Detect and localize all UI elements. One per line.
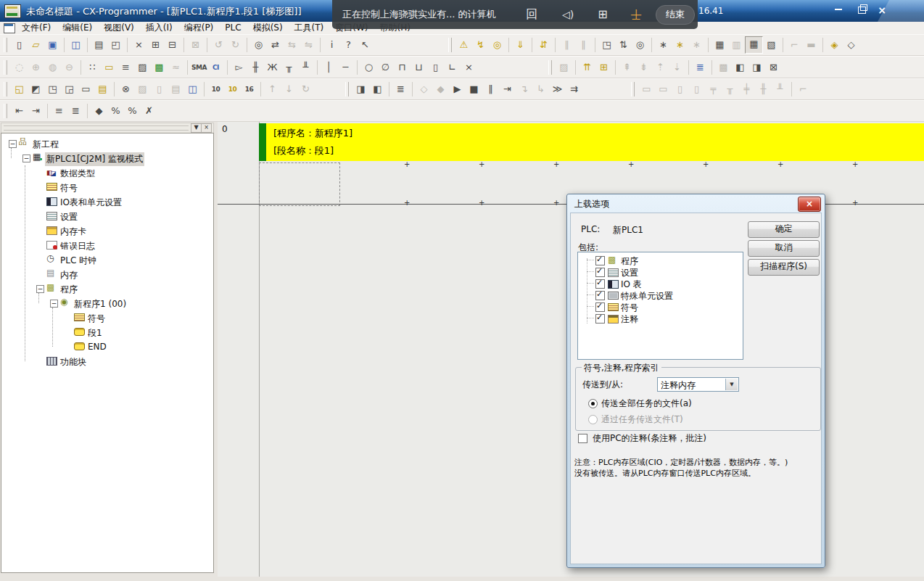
include-item-special-unit[interactable]: ✓特殊单元设置 [578,289,743,301]
outdent-rung-button[interactable]: ⇤ [11,103,28,119]
expand-toggle-icon[interactable]: − [50,300,58,308]
diff-up-percent-button[interactable]: % [107,103,124,119]
paste-program-button[interactable]: ⊠ [187,37,204,53]
sim-break-set-button[interactable]: ◇ [416,81,432,97]
restore-button[interactable] [852,4,871,20]
view-inspect-button[interactable]: ◩ [28,81,44,97]
io-comment-view-button[interactable]: ◫ [184,81,201,97]
monitor-refresh-button[interactable]: ↻ [297,81,314,97]
force-off-button[interactable]: ◨ [748,59,765,75]
include-item-symbols[interactable]: ✓符号 [578,301,743,313]
online-edit-send2-button[interactable]: ╫ [755,81,772,97]
speaker-icon[interactable] [558,6,577,23]
clear-diff-button[interactable]: ✗ [141,103,157,119]
watch-view-button[interactable]: ▭ [655,81,672,97]
tree-item-end[interactable]: END [1,339,213,354]
online-edit-send-button[interactable]: ⇈ [579,59,595,75]
end-session-button[interactable]: 结束 [656,5,695,25]
menu-5[interactable]: 编程(P) [178,22,220,34]
rung-colors-button[interactable]: ▩ [151,59,168,75]
force-on-button[interactable]: ◧ [732,59,748,75]
include-item-comments[interactable]: ✓注释 [578,313,743,324]
pause-flags-button[interactable]: ▨ [556,59,572,75]
bookmark-button[interactable]: ◆ [91,103,107,119]
format-decimal-button[interactable]: 10 [207,81,224,97]
sim-break-clear-button[interactable]: ◆ [432,81,449,97]
include-checkbox-symbols[interactable]: ✓ [595,302,605,312]
show-rung-list-button[interactable]: ≡ [51,103,67,119]
reset-box-button[interactable]: ⊔ [411,59,427,75]
cut-button[interactable]: × [131,37,147,53]
pause-button[interactable]: ‖ [575,37,592,53]
paste-button[interactable]: ⊟ [164,37,181,53]
help-topics-button[interactable]: ? [340,37,357,53]
view-tile-h-button[interactable]: ◳ [44,81,61,97]
include-item-io-table[interactable]: ✓IO 表 [578,278,743,289]
include-checkbox-program[interactable]: ✓ [595,256,605,265]
mode-debug-button[interactable]: ▥ [728,37,745,53]
view-new-window-button[interactable]: ◱ [11,81,28,97]
coil-open-button[interactable]: ○ [360,59,377,75]
tree-item-settings[interactable]: 设置 [1,209,213,223]
address-reference-tool-button[interactable]: ≣ [692,59,709,75]
sim-stop-button[interactable]: ■ [466,81,482,97]
include-checkbox-special-unit[interactable]: ✓ [595,291,605,300]
compile-symbols-button[interactable]: ∗ [655,37,672,53]
tree-item-program1[interactable]: −新程序1 (00) [1,296,213,310]
instruction-box-button[interactable]: ▯ [427,59,444,75]
search-replace-button[interactable]: ⇄ [267,37,284,53]
io-bar-button[interactable]: ▬ [803,37,820,53]
mode-run-button[interactable]: ▦ [711,37,728,53]
copy-button[interactable]: ⊞ [147,37,164,53]
save-button[interactable]: ▣ [44,37,61,53]
menu-3[interactable]: 视图(V) [98,22,140,34]
tree-item-error-log[interactable]: 错误日志 [1,238,213,252]
tree-item-programs[interactable]: −程序 [1,281,213,296]
zoom-button[interactable]: ◌ [11,59,28,75]
properties-button[interactable]: ▤ [94,81,111,97]
context-help-button[interactable]: ↖ [357,37,374,53]
memory-view-button[interactable]: ▭ [638,81,655,97]
new-button[interactable]: ▯ [11,37,28,53]
tree-item-memory-card[interactable]: 内存卡 [1,223,213,238]
pause-monitor-button[interactable]: ‖ [558,37,575,53]
or-contact-open-button[interactable]: ╥ [281,59,297,75]
sim-window-a-button[interactable]: ◨ [352,81,369,97]
online-edit-box-button[interactable]: ⊞ [595,59,612,75]
expand-toggle-icon[interactable]: − [22,154,30,162]
menu-1[interactable]: 文件(F) [16,22,57,34]
time-chart-button[interactable]: ▯ [672,81,688,97]
shared-comment-button[interactable]: ▭ [101,59,117,75]
force-cancel-button[interactable]: ⊠ [765,59,782,75]
menu-2[interactable]: 编辑(E) [57,22,98,34]
contact-closed-button[interactable]: Ж [264,59,281,75]
contact-open-button[interactable]: ╫ [247,59,264,75]
include-checkbox-comments[interactable]: ✓ [595,314,605,324]
find-button[interactable]: ◎ [250,37,267,53]
cancel-button[interactable]: 取消 [748,240,820,257]
chevron-down-icon[interactable]: ▼ [725,379,738,390]
program-lookup-button[interactable]: ◎ [632,37,648,53]
diff-monitor-up-button[interactable]: ╤ [705,81,722,97]
ok-button[interactable]: 确定 [748,221,820,238]
jump-reset-button[interactable]: ⇟ [635,59,652,75]
include-item-settings[interactable]: ✓设置 [578,266,743,278]
coil-closed-button[interactable]: ∅ [377,59,394,75]
sim-step-over-button[interactable]: ↳ [532,81,549,97]
use-pc-comments-checkbox[interactable] [578,434,587,443]
local-window-b-button[interactable]: ▯ [151,81,168,97]
watch-window-button[interactable]: ▩ [715,59,732,75]
print-preview-button[interactable]: ◰ [107,37,124,53]
rung-list-button[interactable]: ≡ [117,59,134,75]
program-check-button[interactable]: ◳ [598,37,615,53]
sim-console-button[interactable]: ≣ [392,81,409,97]
replace-prev-button[interactable]: ⇋ [300,37,317,53]
data-trace-button[interactable]: ▯ [688,81,705,97]
monitor-button[interactable]: ↯ [472,37,489,53]
selected-cell[interactable] [259,162,340,206]
local-window-c-button[interactable]: ▤ [168,81,184,97]
open-button[interactable]: ▱ [28,37,44,53]
jump-set-button[interactable]: ⇞ [619,59,635,75]
zoom-out-button[interactable]: ⊖ [61,59,78,75]
or-contact-closed-button[interactable]: ╨ [297,59,314,75]
